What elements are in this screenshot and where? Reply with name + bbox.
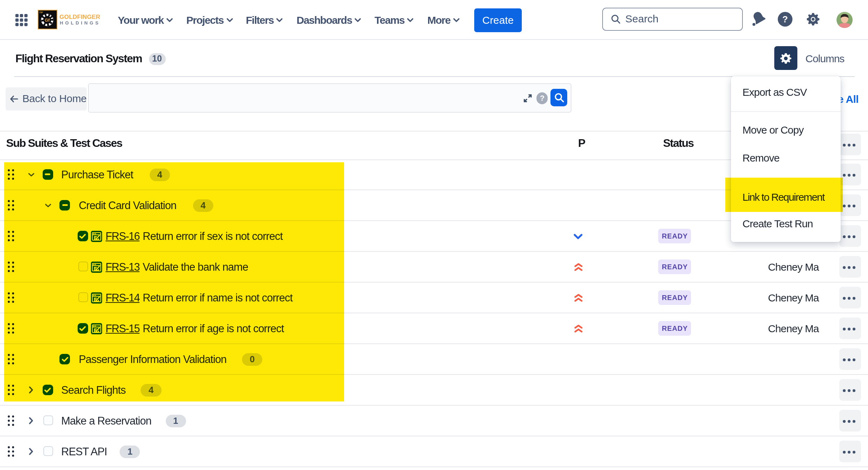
svg-text:Gf: Gf	[45, 17, 50, 23]
